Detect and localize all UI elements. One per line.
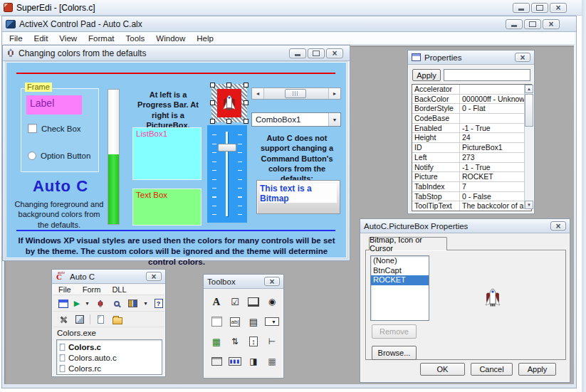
picture-list-item[interactable]: (None) xyxy=(371,256,429,266)
vertical-scrollbar[interactable] xyxy=(524,85,533,209)
property-row[interactable]: Notify -1 - True xyxy=(412,163,531,173)
minimize-button[interactable] xyxy=(506,19,523,29)
property-row[interactable]: BackColor 000000ff - Unknown xyxy=(412,95,531,105)
activex-titlebar[interactable]: ActiveX Control Pad - Auto C.alx xyxy=(2,16,576,32)
scrollbar-thumb[interactable] xyxy=(525,94,533,127)
statusbar-tool[interactable] xyxy=(264,354,280,369)
menu-item[interactable]: Format xyxy=(83,34,120,43)
apply-button[interactable]: Apply xyxy=(518,363,556,376)
combobox-control[interactable]: ComboBox1 xyxy=(251,112,341,127)
menu-item[interactable]: Tools xyxy=(120,34,151,43)
find-dropdown-icon[interactable] xyxy=(143,298,148,309)
tab-bitmap-icon-cursor[interactable]: Bitmap, Icon or Cursor xyxy=(369,237,447,250)
property-row[interactable]: Height 24 xyxy=(412,133,531,143)
textbox-tool[interactable] xyxy=(227,314,243,329)
property-row[interactable]: Accelerator xyxy=(412,85,531,95)
optionbutton-tool[interactable] xyxy=(264,294,280,309)
autoc-titlebar[interactable]: Auto C xyxy=(52,270,165,284)
restore-button[interactable] xyxy=(531,3,548,13)
updown-tool[interactable] xyxy=(246,334,261,349)
build-icon[interactable] xyxy=(73,314,85,325)
close-button[interactable] xyxy=(264,277,280,286)
minimize-button[interactable] xyxy=(513,3,530,13)
property-row[interactable]: ID PictureBox1 xyxy=(412,143,531,153)
rocket-icon[interactable] xyxy=(94,298,106,309)
tools-icon[interactable] xyxy=(57,314,69,325)
textbox-control[interactable]: Text Box xyxy=(132,189,202,226)
listbox-tool[interactable] xyxy=(246,314,261,329)
scroll-left-arrow[interactable] xyxy=(252,88,264,99)
property-row[interactable]: ToolTipText The backcolor of a Pict xyxy=(412,201,531,211)
listbox-control[interactable]: ListBox1 xyxy=(132,127,202,180)
picture-list-item[interactable]: ROCKET xyxy=(371,275,429,285)
property-value[interactable]: ROCKET xyxy=(460,172,531,181)
spinbutton-tool[interactable] xyxy=(227,334,243,349)
label-control[interactable]: Label xyxy=(26,95,82,115)
frame-tool[interactable] xyxy=(209,314,224,329)
remove-button[interactable]: Remove xyxy=(372,324,417,339)
ok-button[interactable]: OK xyxy=(420,363,465,376)
menu-item[interactable]: File xyxy=(53,285,77,294)
file-list-item[interactable]: Colors.c xyxy=(59,341,162,352)
apply-button[interactable]: Apply xyxy=(412,69,441,81)
property-value[interactable] xyxy=(460,114,531,123)
tabstrip-tool[interactable] xyxy=(209,354,224,369)
picture-list-item[interactable]: BtnCapt xyxy=(371,266,429,276)
slider-thumb[interactable] xyxy=(218,144,236,152)
scrollbar-tool[interactable] xyxy=(246,354,261,369)
close-button[interactable] xyxy=(515,53,530,62)
property-value[interactable] xyxy=(460,85,531,94)
superedi-titlebar[interactable]: SuperEdi - [Colors.c] xyxy=(0,0,586,16)
property-value[interactable]: PictureBox1 xyxy=(460,143,531,152)
combobox-tool[interactable] xyxy=(264,314,280,329)
run-dropdown-icon[interactable] xyxy=(85,298,90,309)
scroll-right-arrow[interactable] xyxy=(328,88,340,99)
close-button[interactable] xyxy=(550,221,566,231)
restore-button[interactable] xyxy=(524,19,541,29)
image-tool[interactable] xyxy=(209,334,224,349)
find-icon[interactable] xyxy=(127,298,139,309)
property-value[interactable]: The backcolor of a Pict xyxy=(460,201,531,211)
restore-button[interactable] xyxy=(308,48,325,58)
label-tool[interactable] xyxy=(209,294,224,309)
property-row[interactable]: BorderStyle 0 - Flat xyxy=(412,104,531,114)
menu-item[interactable]: View xyxy=(53,34,83,43)
close-button[interactable] xyxy=(543,19,560,29)
menu-item[interactable]: Window xyxy=(150,34,191,43)
progressbar-tool[interactable] xyxy=(227,354,243,369)
properties-titlebar[interactable]: Properties xyxy=(408,51,534,65)
property-row[interactable]: CodeBase xyxy=(412,114,531,124)
scrollbar-thumb[interactable] xyxy=(285,89,306,98)
commandbutton-tool[interactable] xyxy=(246,294,261,309)
run-icon[interactable] xyxy=(73,298,80,309)
slider-control[interactable] xyxy=(207,125,247,223)
property-value[interactable]: 24 xyxy=(460,133,531,142)
property-row[interactable]: TabIndex 7 xyxy=(412,182,531,192)
toolbox-titlebar[interactable]: Toolbox xyxy=(204,275,283,289)
radio-circle[interactable] xyxy=(28,152,36,160)
open-folder-icon[interactable] xyxy=(111,314,123,325)
scroll-down-arrow[interactable] xyxy=(525,201,533,209)
option-button-control[interactable]: Option Button xyxy=(28,152,90,160)
help-icon[interactable] xyxy=(152,298,164,309)
checkbox-tool[interactable] xyxy=(227,294,243,309)
property-value[interactable]: 0 - Flat xyxy=(460,104,531,113)
property-row[interactable]: Left 273 xyxy=(412,153,531,163)
menu-item[interactable]: Edit xyxy=(28,34,54,43)
minimize-button[interactable] xyxy=(289,48,306,58)
property-value[interactable]: -1 - True xyxy=(460,124,531,133)
file-list-item[interactable]: Colors.auto.c xyxy=(59,352,162,363)
close-button[interactable] xyxy=(550,3,567,13)
form-window-titlebar[interactable]: Changing colors from the defaults xyxy=(3,46,350,61)
search-icon[interactable] xyxy=(110,298,122,309)
menu-item[interactable]: File xyxy=(4,34,28,43)
menu-item[interactable]: Form xyxy=(77,285,107,294)
picturebox-control[interactable] xyxy=(211,84,247,122)
horizontal-scrollbar[interactable] xyxy=(251,88,341,100)
property-row[interactable]: TabStop 0 - False xyxy=(412,192,531,202)
property-value[interactable]: 0 - False xyxy=(460,192,531,201)
property-value[interactable]: 7 xyxy=(460,182,531,191)
menu-item[interactable]: DLL xyxy=(106,285,132,294)
new-form-icon[interactable] xyxy=(57,298,69,309)
checkbox-control[interactable]: Check Box xyxy=(28,124,81,133)
